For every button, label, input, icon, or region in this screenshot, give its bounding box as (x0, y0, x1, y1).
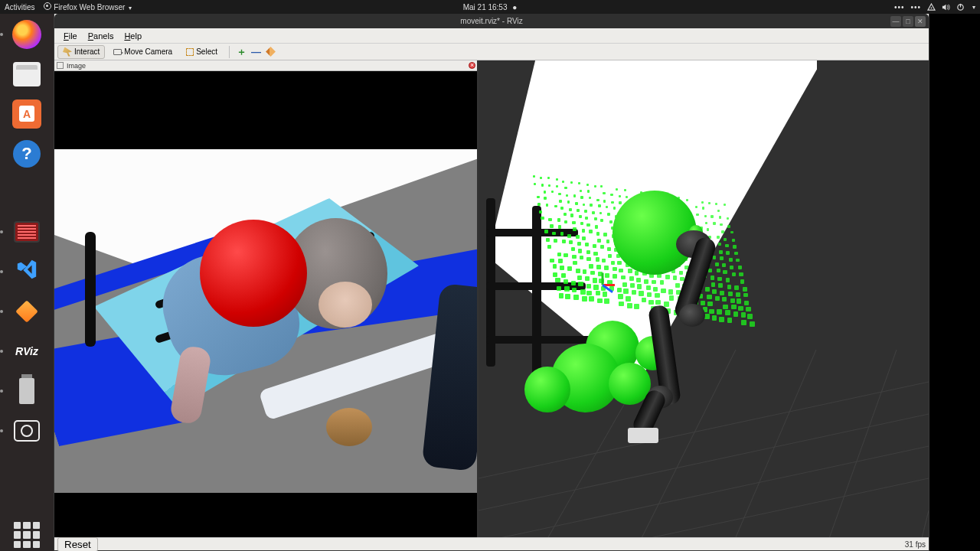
camera-image-view[interactable] (54, 71, 477, 537)
tray-overflow-icon: ••• (894, 3, 905, 11)
tool-move-camera-label: Move Camera (124, 47, 172, 56)
gazebo-icon (15, 300, 38, 323)
tool-interact-label: Interact (74, 47, 100, 56)
toolbar: Interact Move Camera Select ＋ — (54, 44, 929, 60)
menubar: File Panels Help (54, 28, 929, 44)
patient-face (318, 282, 372, 328)
activities-button[interactable]: Activities (5, 3, 34, 11)
dock-gazebo[interactable] (11, 295, 43, 328)
target-sphere-marker (200, 220, 307, 327)
software-center-icon (12, 99, 41, 129)
toolbar-separator (229, 46, 230, 58)
panel-close-button[interactable] (469, 62, 475, 69)
image-panel-title: Image (67, 62, 86, 70)
tool-add[interactable]: ＋ (236, 46, 247, 57)
plus-icon: ＋ (237, 45, 247, 59)
vscode-icon (15, 258, 38, 286)
panel-pin-icon (57, 62, 64, 69)
tray-overflow-icon: ••• (910, 3, 921, 11)
robot-arm-model (593, 236, 739, 435)
system-monitor-icon (14, 221, 40, 243)
3d-view[interactable] (479, 60, 929, 537)
content-area: Image (54, 60, 929, 537)
dock-show-applications[interactable] (11, 519, 43, 551)
dock-rviz[interactable]: RViz (11, 335, 43, 367)
gnome-top-bar: Activities Firefox Web Browser ▾ Mai 21 … (0, 0, 980, 14)
power-icon (956, 3, 965, 11)
files-icon (13, 62, 41, 86)
reset-button[interactable]: Reset (57, 537, 98, 552)
system-tray[interactable]: ••• ••• ▾ (894, 3, 975, 11)
tool-interact[interactable]: Interact (57, 45, 105, 59)
chevron-down-icon: ▾ (972, 4, 975, 11)
window-close-button[interactable]: ✕ (915, 16, 926, 27)
window-minimize-button[interactable]: — (890, 16, 901, 27)
help-icon: ? (13, 140, 41, 168)
gnome-dock: ? RViz (0, 14, 54, 551)
dock-files[interactable] (11, 58, 43, 90)
window-maximize-button[interactable]: □ (903, 16, 913, 27)
svg-line-10 (816, 350, 897, 537)
minus-icon: — (251, 46, 261, 57)
dock-system-monitor[interactable] (11, 216, 43, 248)
apps-grid-icon (14, 522, 40, 548)
menu-panels[interactable]: Panels (83, 30, 119, 42)
usb-icon (19, 378, 34, 404)
app-menu[interactable]: Firefox Web Browser ▾ (44, 2, 132, 11)
chevron-down-icon: ▾ (129, 5, 132, 11)
tool-remove[interactable]: — (250, 46, 262, 57)
dock-vscode[interactable] (11, 256, 43, 288)
menu-help[interactable]: Help (119, 30, 146, 42)
dock-firefox[interactable] (11, 18, 43, 51)
measure-icon (266, 47, 276, 57)
tool-measure[interactable] (265, 46, 276, 57)
select-icon (186, 48, 194, 56)
volume-icon (942, 3, 950, 11)
dock-cheese[interactable] (11, 415, 43, 447)
camera-icon (14, 420, 40, 442)
menu-file[interactable]: File (59, 30, 82, 42)
firefox-icon (12, 20, 41, 49)
tool-select-label: Select (196, 47, 217, 56)
tf-axis-marker (593, 275, 616, 298)
window-title: moveit.rviz* - RViz (460, 17, 522, 25)
svg-line-5 (479, 446, 929, 537)
fps-indicator: 31 fps (905, 540, 926, 549)
svg-line-11 (913, 510, 929, 537)
clock[interactable]: Mai 21 16:53 ● (463, 3, 518, 11)
network-icon (927, 3, 936, 11)
interact-icon (63, 47, 72, 57)
clock-label: Mai 21 16:53 (463, 3, 508, 11)
dock-software[interactable] (11, 98, 43, 130)
collision-sphere (524, 367, 570, 412)
bed-post (85, 232, 96, 347)
notification-dot-icon: ● (512, 3, 517, 11)
statusbar: Reset 31 fps (54, 537, 929, 550)
rviz-window: moveit.rviz* - RViz — □ ✕ File Panels He… (54, 14, 929, 551)
rviz-icon: RViz (15, 345, 38, 357)
move-camera-icon (113, 49, 122, 55)
image-panel: Image (54, 60, 477, 537)
robot-wrist (326, 408, 372, 446)
dock-help[interactable]: ? (11, 138, 43, 170)
app-menu-label: Firefox Web Browser (54, 3, 125, 11)
tool-move-camera[interactable]: Move Camera (108, 45, 178, 58)
end-effector (628, 428, 658, 443)
window-titlebar[interactable]: moveit.rviz* - RViz — □ ✕ (54, 14, 929, 28)
image-panel-header[interactable]: Image (54, 60, 477, 71)
dock-usb-creator[interactable] (11, 375, 43, 407)
firefox-indicator-icon (44, 2, 51, 10)
tool-select[interactable]: Select (181, 45, 223, 58)
right-gutter (929, 14, 980, 551)
svg-point-0 (931, 7, 933, 8)
